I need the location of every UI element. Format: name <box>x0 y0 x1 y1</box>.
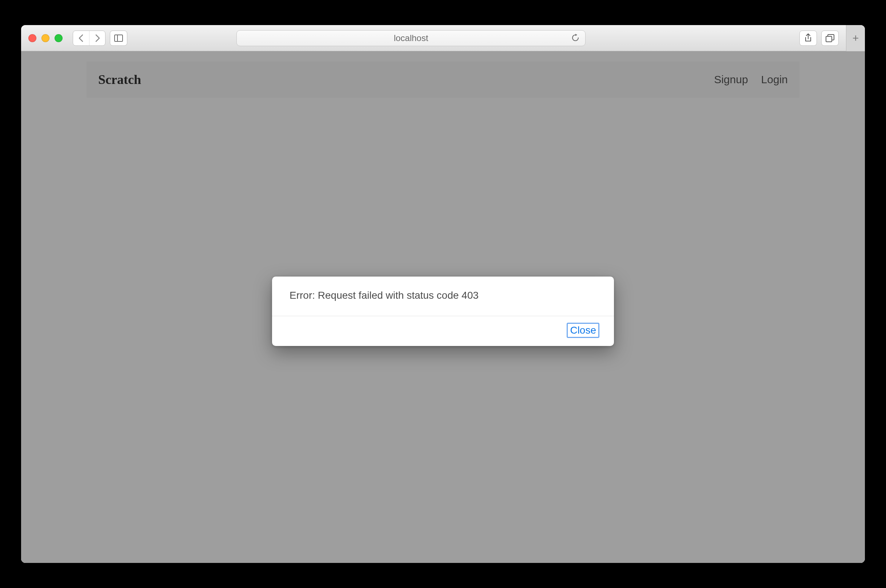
tabs-icon <box>826 34 834 42</box>
reload-icon <box>572 34 579 42</box>
svg-rect-0 <box>114 35 123 41</box>
alert-message: Error: Request failed with status code 4… <box>272 276 614 316</box>
browser-window: localhost + Scratch Signup Login <box>21 25 865 563</box>
sidebar-toggle-button[interactable] <box>110 30 127 46</box>
alert-dialog: Error: Request failed with status code 4… <box>272 276 614 346</box>
share-icon <box>805 33 812 43</box>
new-tab-button[interactable]: + <box>846 25 865 51</box>
window-controls <box>29 34 63 42</box>
minimize-window-button[interactable] <box>41 34 50 42</box>
sidebar-icon <box>114 34 123 42</box>
browser-toolbar: localhost + <box>21 25 865 51</box>
share-button[interactable] <box>799 30 817 46</box>
plus-icon: + <box>853 32 859 44</box>
modal-overlay[interactable]: Error: Request failed with status code 4… <box>21 51 865 563</box>
forward-button[interactable] <box>89 31 105 45</box>
reload-button[interactable] <box>572 34 579 42</box>
address-text: localhost <box>394 33 429 43</box>
close-button[interactable]: Close <box>567 323 599 338</box>
address-bar[interactable]: localhost <box>236 30 585 46</box>
close-window-button[interactable] <box>29 34 36 42</box>
viewport: Scratch Signup Login Error: Request fail… <box>21 51 865 563</box>
tabs-button[interactable] <box>821 30 839 46</box>
back-button[interactable] <box>73 31 89 45</box>
nav-back-forward-group <box>73 30 105 46</box>
chevron-right-icon <box>95 34 101 42</box>
alert-footer: Close <box>272 316 614 346</box>
right-toolbar: + <box>799 25 857 51</box>
maximize-window-button[interactable] <box>54 34 63 42</box>
svg-rect-2 <box>826 36 832 42</box>
chevron-left-icon <box>78 34 84 42</box>
